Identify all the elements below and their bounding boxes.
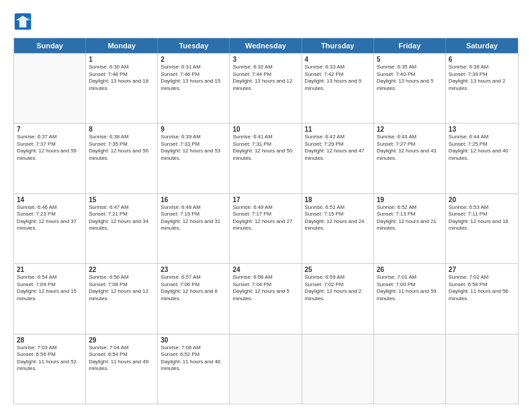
calendar-cell: 23 Sunrise: 6:57 AM Sunset: 7:06 PM Dayl…	[158, 264, 230, 333]
cell-info: Sunrise: 7:04 AM Sunset: 6:54 PM Dayligh…	[89, 345, 154, 373]
calendar-cell: 27 Sunrise: 7:02 AM Sunset: 6:58 PM Dayl…	[446, 264, 518, 333]
cell-info: Sunrise: 6:32 AM Sunset: 7:44 PM Dayligh…	[232, 64, 298, 92]
sunrise-label: Sunrise: 6:42 AM	[305, 134, 345, 140]
calendar-cell: 15 Sunrise: 6:47 AM Sunset: 7:21 PM Dayl…	[86, 194, 158, 263]
calendar-cell: 30 Sunrise: 7:06 AM Sunset: 6:52 PM Dayl…	[158, 334, 230, 404]
calendar-cell: 21 Sunrise: 6:54 AM Sunset: 7:09 PM Dayl…	[14, 264, 86, 333]
day-number: 24	[232, 266, 298, 273]
calendar-cell: 7 Sunrise: 6:37 AM Sunset: 7:37 PM Dayli…	[14, 124, 86, 193]
daylight-label: Daylight: 13 hours and 18 minutes.	[89, 78, 148, 91]
calendar: SundayMondayTuesdayWednesdayThursdayFrid…	[13, 38, 519, 404]
calendar-cell: 4 Sunrise: 6:33 AM Sunset: 7:42 PM Dayli…	[302, 54, 374, 123]
daylight-label: Daylight: 12 hours and 53 minutes.	[161, 148, 220, 161]
calendar-cell: 6 Sunrise: 6:36 AM Sunset: 7:39 PM Dayli…	[446, 54, 518, 123]
daylight-label: Daylight: 12 hours and 31 minutes.	[161, 218, 220, 232]
calendar-cell: 16 Sunrise: 6:48 AM Sunset: 7:19 PM Dayl…	[158, 194, 230, 263]
sunset-label: Sunset: 7:17 PM	[232, 211, 271, 217]
sunset-label: Sunset: 7:11 PM	[449, 211, 488, 217]
sunset-label: Sunset: 7:02 PM	[305, 281, 344, 287]
sunset-label: Sunset: 7:48 PM	[89, 71, 128, 77]
day-number: 1	[89, 56, 154, 63]
daylight-label: Daylight: 12 hours and 40 minutes.	[449, 148, 508, 161]
calendar-cell: 26 Sunrise: 7:01 AM Sunset: 7:00 PM Dayl…	[374, 264, 446, 333]
cell-info: Sunrise: 6:54 AM Sunset: 7:09 PM Dayligh…	[17, 274, 83, 302]
sunrise-label: Sunrise: 6:37 AM	[17, 134, 56, 140]
sunrise-label: Sunrise: 6:43 AM	[377, 134, 416, 140]
sunrise-label: Sunrise: 6:54 AM	[17, 274, 56, 280]
cell-info: Sunrise: 6:31 AM Sunset: 7:46 PM Dayligh…	[161, 64, 226, 92]
daylight-label: Daylight: 12 hours and 18 minutes.	[449, 218, 508, 232]
sunrise-label: Sunrise: 6:41 AM	[232, 134, 272, 140]
sunrise-label: Sunrise: 6:47 AM	[89, 204, 128, 210]
sunrise-label: Sunrise: 6:52 AM	[377, 204, 416, 210]
day-number: 14	[17, 196, 83, 203]
cell-info: Sunrise: 6:43 AM Sunset: 7:27 PM Dayligh…	[377, 134, 443, 162]
calendar-cell: 24 Sunrise: 6:58 AM Sunset: 7:04 PM Dayl…	[230, 264, 302, 333]
sunset-label: Sunset: 7:42 PM	[305, 71, 344, 77]
daylight-label: Daylight: 12 hours and 34 minutes.	[89, 218, 148, 232]
day-number: 13	[449, 126, 515, 133]
sunset-label: Sunset: 7:15 PM	[305, 211, 344, 217]
page: SundayMondayTuesdayWednesdayThursdayFrid…	[0, 0, 532, 411]
daylight-label: Daylight: 12 hours and 12 minutes.	[89, 288, 148, 302]
day-number: 15	[89, 196, 154, 203]
cell-info: Sunrise: 6:48 AM Sunset: 7:19 PM Dayligh…	[161, 204, 226, 232]
cell-info: Sunrise: 6:39 AM Sunset: 7:33 PM Dayligh…	[161, 134, 226, 162]
day-number: 4	[305, 56, 371, 63]
sunrise-label: Sunrise: 6:38 AM	[89, 134, 128, 140]
calendar-row-1: 1 Sunrise: 6:30 AM Sunset: 7:48 PM Dayli…	[14, 53, 518, 123]
day-number: 23	[161, 266, 226, 273]
sunset-label: Sunset: 7:25 PM	[449, 141, 488, 147]
day-number: 9	[161, 126, 226, 133]
day-number: 12	[377, 126, 443, 133]
cell-info: Sunrise: 6:58 AM Sunset: 7:04 PM Dayligh…	[232, 274, 298, 302]
calendar-cell	[446, 334, 518, 404]
sunrise-label: Sunrise: 6:39 AM	[161, 134, 200, 140]
cell-info: Sunrise: 6:46 AM Sunset: 7:23 PM Dayligh…	[17, 204, 83, 232]
calendar-cell: 12 Sunrise: 6:43 AM Sunset: 7:27 PM Dayl…	[374, 124, 446, 193]
daylight-label: Daylight: 13 hours and 2 minutes.	[449, 78, 506, 91]
cell-info: Sunrise: 6:59 AM Sunset: 7:02 PM Dayligh…	[305, 274, 371, 302]
cell-info: Sunrise: 6:52 AM Sunset: 7:13 PM Dayligh…	[377, 204, 443, 232]
sunset-label: Sunset: 7:09 PM	[17, 281, 56, 287]
calendar-cell: 29 Sunrise: 7:04 AM Sunset: 6:54 PM Dayl…	[86, 334, 158, 404]
sunset-label: Sunset: 7:46 PM	[161, 71, 200, 77]
cell-info: Sunrise: 6:49 AM Sunset: 7:17 PM Dayligh…	[232, 204, 298, 232]
calendar-cell: 17 Sunrise: 6:49 AM Sunset: 7:17 PM Dayl…	[230, 194, 302, 263]
cell-info: Sunrise: 6:36 AM Sunset: 7:39 PM Dayligh…	[449, 64, 515, 92]
sunset-label: Sunset: 7:21 PM	[89, 211, 128, 217]
cell-info: Sunrise: 6:57 AM Sunset: 7:06 PM Dayligh…	[161, 274, 226, 302]
calendar-cell: 28 Sunrise: 7:03 AM Sunset: 6:56 PM Dayl…	[14, 334, 86, 404]
daylight-label: Daylight: 12 hours and 56 minutes.	[89, 148, 148, 161]
cell-info: Sunrise: 6:35 AM Sunset: 7:40 PM Dayligh…	[377, 64, 443, 92]
sunset-label: Sunset: 7:06 PM	[161, 281, 200, 287]
sunset-label: Sunset: 7:04 PM	[232, 281, 271, 287]
sunset-label: Sunset: 7:19 PM	[161, 211, 200, 217]
cell-info: Sunrise: 7:06 AM Sunset: 6:52 PM Dayligh…	[161, 345, 226, 373]
daylight-label: Daylight: 12 hours and 2 minutes.	[305, 288, 362, 302]
day-number: 21	[17, 266, 83, 273]
daylight-label: Daylight: 11 hours and 49 minutes.	[89, 359, 148, 372]
day-number: 18	[305, 196, 371, 203]
day-number: 25	[305, 266, 371, 273]
sunset-label: Sunset: 6:56 PM	[17, 351, 56, 357]
calendar-cell: 2 Sunrise: 6:31 AM Sunset: 7:46 PM Dayli…	[158, 54, 230, 123]
sunrise-label: Sunrise: 6:53 AM	[449, 204, 488, 210]
calendar-cell: 18 Sunrise: 6:51 AM Sunset: 7:15 PM Dayl…	[302, 194, 374, 263]
calendar-cell	[302, 334, 374, 404]
daylight-label: Daylight: 12 hours and 21 minutes.	[377, 218, 437, 232]
sunset-label: Sunset: 7:13 PM	[377, 211, 416, 217]
sunset-label: Sunset: 7:37 PM	[17, 141, 56, 147]
calendar-cell: 10 Sunrise: 6:41 AM Sunset: 7:31 PM Dayl…	[230, 124, 302, 193]
calendar-row-3: 14 Sunrise: 6:46 AM Sunset: 7:23 PM Dayl…	[14, 193, 518, 263]
sunset-label: Sunset: 7:08 PM	[89, 281, 128, 287]
calendar-cell	[230, 334, 302, 404]
sunset-label: Sunset: 7:29 PM	[305, 141, 344, 147]
day-number: 16	[161, 196, 226, 203]
cell-info: Sunrise: 6:38 AM Sunset: 7:35 PM Dayligh…	[89, 134, 154, 162]
day-number: 2	[161, 56, 226, 63]
cell-info: Sunrise: 7:01 AM Sunset: 7:00 PM Dayligh…	[377, 274, 443, 302]
sunrise-label: Sunrise: 7:02 AM	[449, 274, 488, 280]
sunrise-label: Sunrise: 6:44 AM	[449, 134, 488, 140]
cell-info: Sunrise: 6:30 AM Sunset: 7:48 PM Dayligh…	[89, 64, 154, 92]
